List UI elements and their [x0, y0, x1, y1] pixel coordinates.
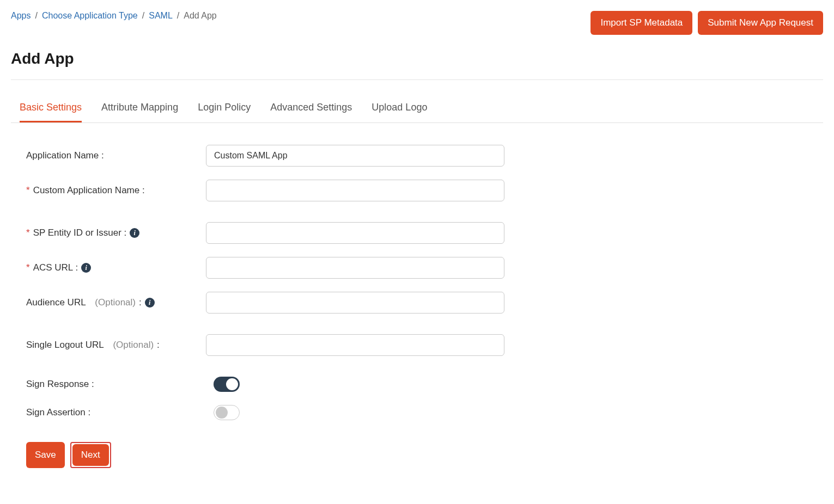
- divider: [11, 79, 823, 80]
- required-marker: *: [26, 262, 30, 273]
- breadcrumb-sep: /: [177, 11, 179, 21]
- next-button-highlight: Next: [70, 442, 111, 468]
- submit-new-app-request-button[interactable]: Submit New App Request: [698, 11, 823, 35]
- sign-response-toggle[interactable]: [214, 377, 240, 392]
- tab-upload-logo[interactable]: Upload Logo: [372, 96, 427, 122]
- breadcrumb-sep: /: [35, 11, 37, 21]
- single-logout-url-input[interactable]: [206, 334, 504, 356]
- info-icon[interactable]: i: [130, 228, 139, 238]
- sign-assertion-toggle[interactable]: [214, 405, 240, 420]
- tabs: Basic Settings Attribute Mapping Login P…: [11, 96, 823, 123]
- header-buttons: Import SP Metadata Submit New App Reques…: [591, 11, 823, 35]
- label-acs-url: *ACS URL : i: [26, 262, 206, 273]
- tab-basic-settings[interactable]: Basic Settings: [20, 96, 82, 122]
- label-single-logout-url: Single Logout URL (Optional) :: [26, 340, 206, 351]
- page-title: Add App: [11, 50, 823, 67]
- import-sp-metadata-button[interactable]: Import SP Metadata: [591, 11, 692, 35]
- required-marker: *: [26, 185, 30, 196]
- tab-login-policy[interactable]: Login Policy: [198, 96, 251, 122]
- custom-application-name-input[interactable]: [206, 180, 504, 201]
- tab-attribute-mapping[interactable]: Attribute Mapping: [101, 96, 178, 122]
- label-custom-application-name: *Custom Application Name :: [26, 185, 206, 196]
- application-name-input[interactable]: [206, 145, 504, 167]
- acs-url-input[interactable]: [206, 257, 504, 279]
- breadcrumb-choose-type[interactable]: Choose Application Type: [42, 11, 138, 21]
- required-marker: *: [26, 228, 30, 238]
- next-button[interactable]: Next: [72, 444, 109, 466]
- breadcrumb-current: Add App: [184, 11, 217, 21]
- info-icon[interactable]: i: [145, 298, 155, 308]
- sp-entity-id-input[interactable]: [206, 222, 504, 244]
- breadcrumb-saml[interactable]: SAML: [149, 11, 173, 21]
- save-button[interactable]: Save: [26, 442, 65, 468]
- breadcrumb-sep: /: [142, 11, 144, 21]
- label-sign-assertion: Sign Assertion :: [26, 407, 206, 418]
- label-application-name: Application Name :: [26, 150, 206, 161]
- breadcrumb-apps[interactable]: Apps: [11, 11, 31, 21]
- label-sp-entity-id: *SP Entity ID or Issuer : i: [26, 228, 206, 238]
- info-icon[interactable]: i: [81, 263, 91, 273]
- tab-advanced-settings[interactable]: Advanced Settings: [270, 96, 352, 122]
- breadcrumb: Apps / Choose Application Type / SAML / …: [11, 11, 217, 21]
- label-sign-response: Sign Response :: [26, 379, 206, 390]
- label-audience-url: Audience URL (Optional) : i: [26, 297, 206, 308]
- audience-url-input[interactable]: [206, 292, 504, 314]
